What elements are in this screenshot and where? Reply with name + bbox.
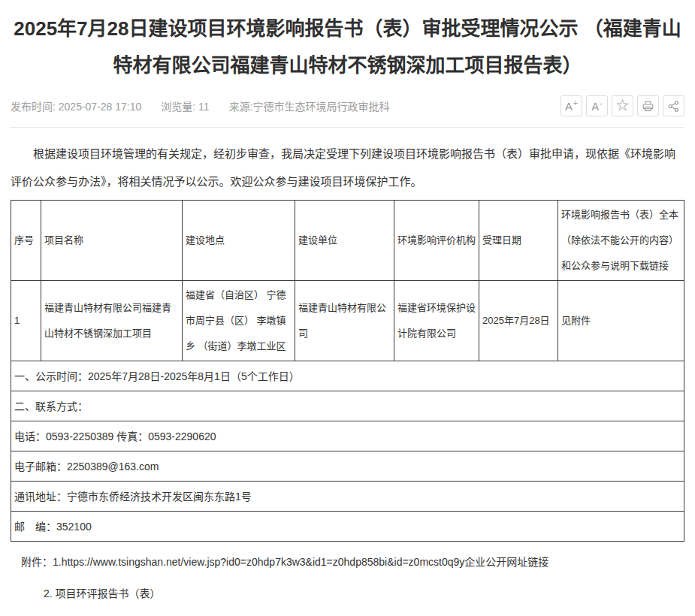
article-page: 2025年7月28日建设项目环境影响报告书（表）审批受理情况公示 （福建青山特材…	[0, 0, 695, 601]
plus-icon: +	[573, 100, 578, 107]
intro-paragraph: 根据建设项目环境管理的有关规定，经初步审查，我局决定受理下列建设项目环境影响报告…	[11, 140, 684, 195]
star-icon: ☆	[616, 99, 629, 112]
col-header-download-link: 环境影响报告书（表）全本 （除依法不能公开的内容）和公众参与说明下载链接	[558, 201, 684, 281]
minus-icon: -	[600, 100, 602, 107]
table-row: 1 福建青山特材有限公司福建青山特材不锈钢深加工项目 福建省（自治区） 宁德市周…	[11, 281, 684, 361]
acceptance-table: 序号 项目名称 建设地点 建设单位 环境影响评价机构 受理日期 环境影响报告书（…	[11, 200, 684, 542]
cell-builder: 福建青山特材有限公司	[295, 281, 394, 361]
col-header-builder: 建设单位	[295, 201, 394, 281]
col-header-eia-agency: 环境影响评价机构	[394, 201, 479, 281]
postcode-text: 邮 编：352100	[11, 512, 684, 542]
attachments-section: 附件：1.https://www.tsingshan.net/view.jsp?…	[11, 554, 684, 601]
col-header-accept-date: 受理日期	[479, 201, 558, 281]
font-decrease-button[interactable]: A-	[586, 95, 608, 116]
cell-location: 福建省（自治区） 宁德市周宁县（区） 李墩镇乡 （街道）李墩工业区	[183, 281, 295, 361]
note-row-postcode: 邮 编：352100	[11, 512, 684, 542]
note-row-address: 通讯地址：宁德市东侨经济技术开发区闽东东路1号	[11, 482, 684, 512]
share-icon	[667, 100, 680, 113]
note-row-publicity-period: 一、公示时间：2025年7月28日-2025年8月1日（5个工作日）	[11, 361, 684, 391]
cell-seq: 1	[11, 281, 41, 361]
divider	[11, 127, 684, 128]
publicity-period-text: 一、公示时间：2025年7月28日-2025年8月1日（5个工作日）	[11, 361, 684, 391]
cell-project-name: 福建青山特材有限公司福建青山特材不锈钢深加工项目	[41, 281, 183, 361]
source-label: 来源:宁德市生态环境局行政审批科	[229, 98, 390, 113]
article-meta: 发布时间: 2025-07-28 17:10 浏览量: 11 来源:宁德市生态环…	[11, 98, 390, 113]
attachment-line-1: 附件：1.https://www.tsingshan.net/view.jsp?…	[11, 554, 684, 569]
note-row-email: 电子邮箱：2250389@163.com	[11, 451, 684, 482]
publish-time: 发布时间: 2025-07-28 17:10	[11, 98, 141, 113]
cell-eia-agency: 福建省环境保护设计院有限公司	[394, 281, 479, 361]
note-row-contact-heading: 二、联系方式：	[11, 391, 684, 421]
font-increase-letter: A	[565, 101, 573, 112]
article-toolbar: A+ A- ☆	[561, 95, 684, 116]
meta-bar: 发布时间: 2025-07-28 17:10 浏览量: 11 来源:宁德市生态环…	[11, 95, 684, 117]
cell-attachment-ref: 见附件	[558, 281, 684, 361]
contact-heading-text: 二、联系方式：	[11, 391, 684, 421]
print-button[interactable]	[637, 95, 659, 116]
font-decrease-letter: A	[591, 101, 599, 112]
share-button[interactable]	[663, 95, 684, 116]
col-header-project-name: 项目名称	[41, 201, 183, 281]
table-header-row: 序号 项目名称 建设地点 建设单位 环境影响评价机构 受理日期 环境影响报告书（…	[11, 201, 684, 281]
font-increase-button[interactable]: A+	[561, 95, 582, 116]
page-title: 2025年7月28日建设项目环境影响报告书（表）审批受理情况公示 （福建青山特材…	[0, 0, 695, 84]
attachment-url-link[interactable]: 1.https://www.tsingshan.net/view.jsp?id0…	[53, 556, 548, 568]
cell-accept-date: 2025年7月28日	[479, 281, 558, 361]
favorite-button[interactable]: ☆	[612, 95, 633, 116]
note-row-phone-fax: 电话：0593-2250389 传真：0593-2290620	[11, 421, 684, 451]
attachment-label: 附件：	[21, 556, 53, 568]
address-text: 通讯地址：宁德市东侨经济技术开发区闽东东路1号	[11, 482, 684, 512]
attachment-line-2: 2. 项目环评报告书（表）	[11, 586, 684, 601]
printer-icon	[642, 100, 654, 113]
view-count: 浏览量: 11	[161, 98, 209, 113]
email-text: 电子邮箱：2250389@163.com	[11, 451, 684, 482]
phone-fax-text: 电话：0593-2250389 传真：0593-2290620	[11, 421, 684, 451]
col-header-seq: 序号	[11, 201, 41, 281]
col-header-location: 建设地点	[183, 201, 295, 281]
